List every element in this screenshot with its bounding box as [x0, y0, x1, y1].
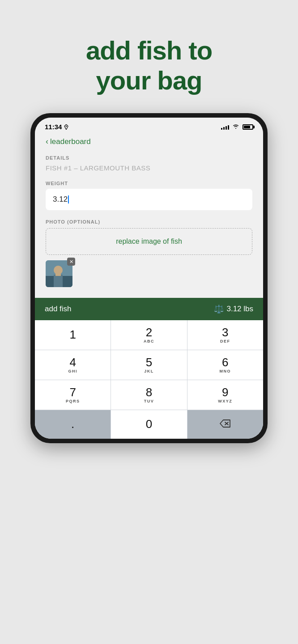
battery-icon	[243, 124, 253, 130]
hero-title-line1: add fish to	[86, 36, 212, 65]
delete-icon	[219, 419, 231, 430]
svg-rect-4	[54, 275, 63, 287]
numpad-key-9[interactable]: 9 WXYZ	[187, 380, 263, 410]
thumbnail-container: ✕	[46, 260, 72, 287]
text-cursor	[68, 195, 69, 203]
status-time: 11:34	[45, 123, 68, 131]
photo-label: PHOTO (optional)	[46, 219, 252, 225]
bottom-bar: add fish ⚖️ 3.12 lbs	[35, 298, 263, 320]
wifi-icon	[232, 123, 239, 130]
close-x-icon: ✕	[69, 259, 73, 265]
status-icons	[221, 123, 253, 130]
hero-title-line2: your bag	[96, 66, 202, 95]
status-bar: 11:34	[35, 118, 263, 133]
thumbnail-close-button[interactable]: ✕	[67, 258, 75, 266]
add-fish-button[interactable]: add fish	[45, 305, 72, 314]
numpad: 1 2 ABC 3 DEF 4 GHI 5 JKL 6 MNO	[35, 320, 263, 439]
numpad-key-delete[interactable]	[187, 410, 263, 439]
numpad-key-3[interactable]: 3 DEF	[187, 320, 263, 350]
weight-display: ⚖️ 3.12 lbs	[214, 304, 253, 314]
svg-point-3	[54, 266, 63, 275]
weight-label: WEIGHT	[46, 181, 252, 186]
phone-screen: 11:34	[35, 118, 263, 439]
svg-rect-5	[55, 274, 61, 276]
chevron-left-icon: ‹	[46, 137, 48, 146]
location-icon	[64, 124, 68, 130]
svg-point-0	[66, 126, 67, 127]
weight-value: 3.12	[53, 195, 68, 204]
numpad-key-8[interactable]: 8 TUV	[111, 380, 187, 410]
hero-title: add fish to your bag	[86, 36, 212, 95]
numpad-key-5[interactable]: 5 JKL	[111, 350, 187, 380]
back-label: leaderboard	[50, 137, 91, 146]
time-display: 11:34	[45, 123, 62, 131]
phone-mockup: 11:34	[30, 113, 268, 443]
thumbnail-area: ✕	[46, 260, 252, 287]
weight-input[interactable]: 3.12	[46, 189, 252, 210]
numpad-key-7[interactable]: 7 PQRS	[35, 380, 111, 410]
signal-icon	[221, 124, 229, 130]
photo-upload-button[interactable]: replace image of fish	[46, 228, 252, 255]
numpad-key-2[interactable]: 2 ABC	[111, 320, 187, 350]
weight-readout: 3.12 lbs	[226, 305, 253, 314]
back-button[interactable]: ‹ leaderboard	[46, 137, 252, 146]
upload-button-label: replace image of fish	[116, 237, 182, 245]
numpad-key-6[interactable]: 6 MNO	[187, 350, 263, 380]
numpad-key-decimal[interactable]: .	[35, 410, 111, 439]
details-section-label: DETAILS	[46, 155, 252, 161]
numpad-key-1[interactable]: 1	[35, 320, 111, 350]
fish-title: FISH #1 – LARGEMOUTH BASS	[46, 164, 252, 172]
numpad-key-0[interactable]: 0	[111, 410, 187, 439]
numpad-key-4[interactable]: 4 GHI	[35, 350, 111, 380]
scale-icon: ⚖️	[214, 304, 224, 314]
app-content: ‹ leaderboard DETAILS FISH #1 – LARGEMOU…	[35, 133, 263, 298]
